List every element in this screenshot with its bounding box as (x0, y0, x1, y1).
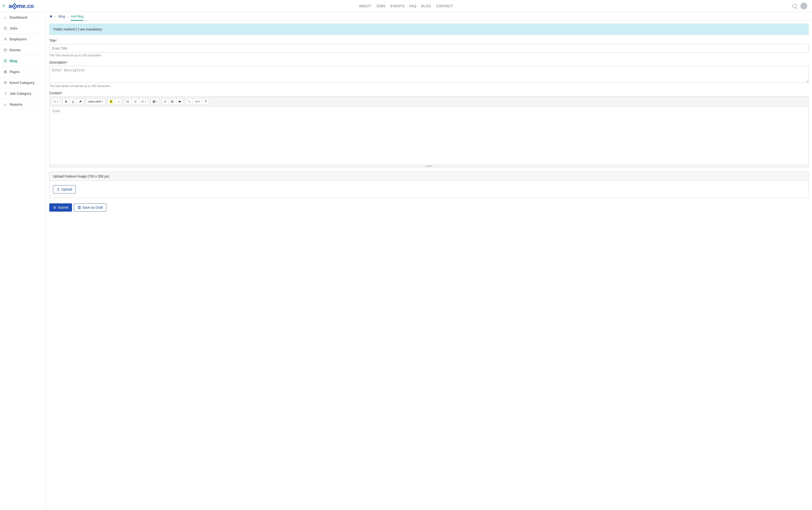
user-icon (3, 37, 7, 41)
sidebar-item-label: Job Category (10, 92, 31, 95)
sidebar-item-pages[interactable]: Pages (0, 66, 46, 77)
svg-rect-17 (79, 208, 80, 209)
image-button[interactable] (169, 98, 176, 105)
svg-text:3: 3 (134, 102, 134, 103)
sidebar-item-label: Employers (10, 37, 27, 41)
nav-contact[interactable]: CONTACT (436, 4, 453, 8)
svg-rect-0 (4, 28, 7, 29)
sidebar-item-label: Dashboard (10, 16, 27, 19)
hamburger-icon[interactable]: ≡ (2, 3, 5, 8)
briefcase-icon (3, 26, 7, 30)
sidebar-item-event-category[interactable]: Event Category (0, 77, 46, 88)
nav-about[interactable]: ABOUT (359, 4, 371, 8)
topbar: ≡ a me.co ABOUT JOBS EVENTS FAQ BLOG CON… (0, 0, 812, 12)
breadcrumb-current: Add Blog (71, 15, 84, 18)
avatar[interactable] (801, 3, 807, 9)
globe-icon (3, 70, 7, 74)
underline-button[interactable]: U (69, 98, 77, 105)
help-button[interactable]: ? (202, 98, 209, 105)
logo-text-suffix: me.co (17, 3, 34, 9)
top-nav: ABOUT JOBS EVENTS FAQ BLOG CONTACT (359, 4, 453, 8)
editor-resize-handle[interactable] (50, 165, 808, 167)
eraser-button[interactable] (77, 98, 84, 105)
font-family-dropdown[interactable]: sans-serif (86, 98, 106, 105)
logo-diamond-icon (11, 3, 18, 9)
logo[interactable]: a me.co (9, 3, 34, 9)
chart-icon (3, 103, 7, 106)
link-button[interactable] (162, 98, 169, 105)
topbar-right (792, 3, 807, 9)
breadcrumb-home-icon[interactable] (49, 15, 53, 18)
ordered-list-button[interactable]: 123 (132, 98, 139, 105)
chevron-right-icon: › (67, 15, 68, 18)
arrow-circle-icon (53, 206, 56, 209)
upload-panel: Upload Feature Image (700 x 350 px) Uplo… (49, 172, 809, 198)
search-icon[interactable] (792, 4, 797, 8)
table-dropdown[interactable] (150, 98, 160, 105)
form-actions: Submit Save as Draft (49, 203, 809, 211)
save-draft-button[interactable]: Save as Draft (74, 203, 107, 211)
sidebar-item-label: Events (10, 48, 21, 52)
sidebar-item-blog[interactable]: Blog (0, 56, 46, 66)
sidebar-item-label: Pages (10, 70, 20, 74)
chevron-right-icon: › (55, 15, 56, 18)
sidebar-item-jobs[interactable]: Jobs (0, 23, 46, 34)
nav-events[interactable]: EVENTS (390, 4, 404, 8)
submit-button-label: Submit (58, 205, 68, 209)
sidebar-item-reports[interactable]: Reports (0, 99, 46, 110)
fullscreen-button[interactable] (186, 98, 193, 105)
title-help: The Title should be up to 200 characters… (49, 54, 809, 57)
bold-button[interactable]: B (62, 98, 69, 105)
paragraph-dropdown[interactable] (139, 98, 148, 105)
title-input[interactable] (49, 44, 809, 53)
breadcrumb-blog[interactable]: Blog (59, 15, 65, 18)
rich-text-editor: B U sans-serif A (49, 96, 809, 167)
svg-rect-12 (171, 101, 174, 103)
editor-toolbar: B U sans-serif A (50, 97, 808, 107)
upload-button[interactable]: Upload (53, 185, 76, 194)
nav-jobs[interactable]: JOBS (376, 4, 386, 8)
svg-point-6 (127, 101, 127, 102)
upload-button-label: Upload (61, 188, 72, 191)
svg-rect-11 (153, 101, 155, 103)
save-draft-button-label: Save as Draft (82, 205, 103, 209)
svg-rect-2 (4, 49, 7, 51)
code-view-button[interactable]: </> (193, 98, 202, 105)
sidebar-item-job-category[interactable]: Job Category (0, 88, 46, 99)
home-icon: ⌂ (3, 16, 7, 19)
text-color-button[interactable]: A (107, 98, 115, 105)
svg-point-5 (127, 101, 127, 101)
svg-rect-14 (179, 101, 180, 102)
unordered-list-button[interactable] (124, 98, 132, 105)
sidebar-item-label: Blog (10, 59, 17, 63)
list-icon (3, 92, 7, 95)
blog-icon (3, 59, 7, 63)
main: › Blog › Add Blog Fields marked (*) are … (46, 12, 812, 510)
nav-faq[interactable]: FAQ (410, 4, 417, 8)
title-label: Title* (49, 39, 809, 42)
svg-point-1 (5, 38, 6, 39)
save-icon (78, 206, 81, 209)
sidebar-item-dashboard[interactable]: ⌂ Dashboard (0, 12, 46, 23)
video-button[interactable] (176, 98, 184, 105)
svg-rect-16 (79, 206, 80, 207)
layers-icon (3, 81, 7, 85)
content-label: Content* (49, 91, 809, 95)
sidebar-item-label: Reports (10, 103, 23, 106)
nav-blog[interactable]: BLOG (421, 4, 431, 8)
mandatory-alert: Fields marked (*) are mandatory (49, 24, 809, 35)
content-input[interactable]: Enter (50, 107, 808, 165)
style-dropdown[interactable] (51, 98, 60, 105)
sidebar: ⌂ Dashboard Jobs Employers Events Blog (0, 12, 46, 510)
svg-point-7 (127, 102, 127, 103)
upload-icon (57, 188, 60, 191)
upload-panel-heading: Upload Feature Image (700 x 350 px) (50, 172, 808, 181)
sidebar-item-employers[interactable]: Employers (0, 34, 46, 45)
description-help: The Description should be up to 250 char… (49, 84, 809, 88)
description-input[interactable] (49, 66, 809, 83)
submit-button[interactable]: Submit (49, 203, 72, 211)
sidebar-item-label: Jobs (10, 26, 18, 30)
text-color-dropdown[interactable] (115, 98, 122, 105)
sidebar-item-events[interactable]: Events (0, 45, 46, 56)
breadcrumb: › Blog › Add Blog (46, 12, 812, 21)
